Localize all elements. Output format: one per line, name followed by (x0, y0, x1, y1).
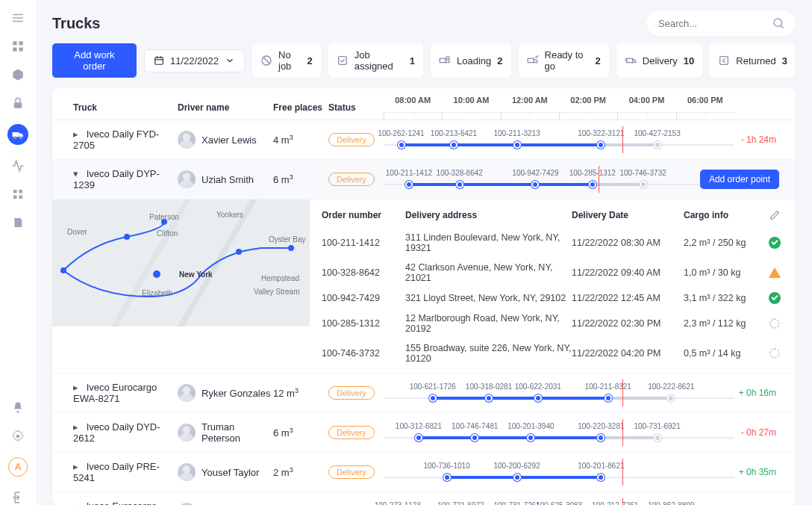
search-icon[interactable] (772, 16, 785, 32)
time-header: 08:00 AM10:00 AM12:00 AM02:00 PM04:00 PM… (384, 96, 734, 112)
order-label: 100-746-7481 (452, 422, 498, 430)
status-ok-icon (769, 237, 781, 249)
col-free: Free places (273, 102, 328, 113)
order-label: 100-721-6972 (437, 501, 484, 505)
logout-icon[interactable] (10, 490, 25, 505)
timeline: 100-621-1726100-318-0281100-622-2031100-… (384, 379, 734, 406)
order-point[interactable] (589, 181, 596, 188)
svg-point-15 (17, 411, 19, 413)
timeline: 100-273-1123100-721-6972100-731-7261100-… (384, 498, 734, 505)
status-chip-returned[interactable]: Returned3 (710, 43, 796, 78)
trucks-table: Truck Driver name Free places Status 08:… (52, 88, 796, 505)
order-point[interactable] (485, 394, 493, 402)
order-point[interactable] (513, 474, 521, 481)
lock-icon[interactable] (10, 96, 25, 111)
svg-point-37 (153, 270, 160, 278)
order-label: 100-285-1312 (569, 169, 616, 177)
activity-icon[interactable] (10, 158, 25, 173)
expand-caret[interactable]: ▸ (73, 128, 84, 140)
table-row: ▸ Iveco Daily PRE-5241 Yousef Taylor 2 m… (52, 453, 796, 492)
order-point[interactable] (534, 394, 542, 402)
order-point[interactable] (597, 141, 605, 149)
status-chip-no-job[interactable]: No job2 (252, 43, 321, 78)
time-tick: 12:00 AM (501, 96, 559, 112)
order-point[interactable] (654, 434, 661, 442)
order-label: 100-322-3121 (578, 129, 624, 137)
returned-icon (718, 55, 730, 66)
order-label: 100-731-6921 (634, 422, 680, 430)
order-point[interactable] (456, 181, 463, 188)
order-point[interactable] (450, 141, 457, 149)
order-point[interactable] (654, 141, 661, 149)
order-point[interactable] (513, 141, 521, 149)
expand-caret[interactable]: ▸ (73, 461, 84, 472)
delta-value: + 0h 16m (734, 388, 784, 398)
order-point[interactable] (527, 434, 534, 442)
order-row: 100-746-3732 155 Broadway, suite 226, Ne… (322, 338, 784, 368)
notes-icon[interactable] (10, 215, 25, 230)
package-icon[interactable] (10, 67, 25, 82)
truck-name: Iveco Daily FYD-2705 (73, 128, 159, 151)
table-row: ▸ Iveco Eurocargo EWA-8271 Ryker Gonzale… (52, 374, 796, 413)
order-point[interactable] (667, 394, 675, 402)
add-work-order-button[interactable]: Add work order (52, 43, 137, 78)
expand-caret[interactable]: ▸ (73, 421, 84, 433)
user-avatar[interactable]: A (8, 457, 28, 477)
settings-icon[interactable] (10, 429, 25, 444)
order-point[interactable] (640, 181, 647, 188)
expand-panel: Dover Paterson Clifton Yonkers New York … (52, 199, 796, 374)
order-point[interactable] (471, 434, 478, 442)
edit-icon[interactable] (766, 210, 784, 220)
chip-label: Loading (457, 55, 491, 66)
menu-icon[interactable] (10, 10, 25, 25)
order-address: 311 Linden Boulevard, New York, NY, 1932… (405, 232, 572, 253)
status-chip-ready[interactable]: Ready to go2 (519, 43, 609, 78)
status-chip-assigned[interactable]: Job assigned1 (328, 43, 423, 78)
truck-name: Iveco Eurocargo OPD-5321 (73, 501, 157, 505)
order-cargo: 3,1 m³ / 322 kg (684, 293, 766, 303)
order-date: 11/22/2022 09:40 AM (572, 267, 684, 278)
order-point[interactable] (605, 394, 612, 402)
truck-icon[interactable] (7, 124, 28, 145)
chip-count: 3 (782, 55, 787, 66)
svg-line-25 (263, 58, 269, 63)
table-body: ▸ Iveco Daily FYD-2705 Xavier Lewis 4 m3… (52, 120, 796, 505)
status-ok-icon (769, 292, 781, 304)
status-chip-loading[interactable]: Loading2 (431, 43, 511, 78)
order-point[interactable] (531, 181, 539, 188)
order-row: 100-285-1312 12 Marlborough Road, New Yo… (322, 309, 784, 338)
add-order-point-button[interactable]: Add order point (700, 170, 779, 189)
loading-icon (439, 55, 451, 66)
svg-rect-33 (720, 57, 728, 65)
route-map[interactable]: Dover Paterson Clifton Yonkers New York … (52, 199, 310, 326)
time-tick: 08:00 AM (384, 96, 442, 112)
svg-rect-6 (19, 48, 23, 52)
order-label: 100-621-1726 (410, 382, 456, 391)
order-point[interactable] (597, 474, 605, 481)
order-point[interactable] (429, 394, 437, 402)
order-date: 11/22/2022 08:30 AM (572, 238, 684, 248)
order-point[interactable] (398, 141, 405, 149)
date-value: 11/22/2022 (170, 55, 219, 66)
status-chip-delivery[interactable]: Delivery10 (616, 43, 702, 78)
svg-rect-30 (626, 58, 632, 62)
grid-icon[interactable] (10, 187, 25, 202)
free-places: 6 m3 (273, 173, 328, 185)
order-point[interactable] (405, 181, 413, 188)
status-pending-icon (769, 348, 780, 359)
date-picker[interactable]: 11/22/2022 (144, 49, 245, 72)
dashboard-icon[interactable] (10, 39, 25, 54)
time-ruler (384, 112, 734, 120)
expand-caret[interactable]: ▸ (73, 382, 84, 393)
order-label: 100-262-1241 (378, 129, 424, 137)
order-point[interactable] (443, 474, 451, 481)
free-places: 4 m3 (273, 134, 328, 146)
bell-icon[interactable] (10, 400, 25, 415)
expand-caret[interactable]: ▾ (73, 168, 84, 179)
assigned-icon (337, 55, 349, 66)
expand-caret[interactable]: ▸ (73, 501, 84, 505)
delta-value: - 0h 27m (734, 427, 784, 438)
toolbar: Add work order 11/22/2022 No job2Job ass… (36, 43, 812, 88)
order-point[interactable] (597, 434, 605, 442)
order-point[interactable] (415, 434, 422, 442)
